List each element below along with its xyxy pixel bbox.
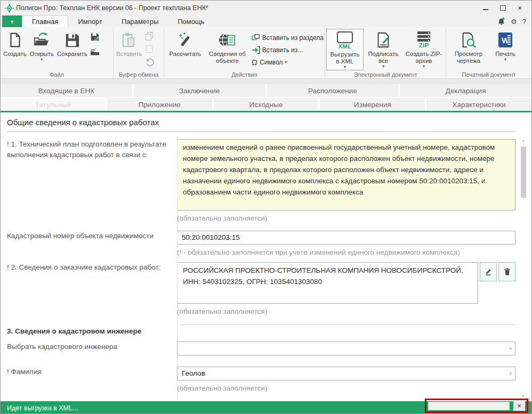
omega-icon: Ω [252, 58, 257, 66]
surname-label: ! Фамилия [7, 367, 177, 377]
calculate-button[interactable]: Рассчитать [165, 29, 205, 70]
customer-hint: (обязательно заполняется) [177, 306, 515, 317]
drawing-preview-button[interactable]: Просмотр чертежа [447, 29, 490, 70]
save-button[interactable]: Сохранить [55, 29, 89, 70]
new-document-icon [7, 31, 23, 49]
insert-from-button[interactable]: Вставить из... [252, 45, 324, 55]
undo-icon[interactable] [145, 57, 155, 69]
form-row-customer: ! 2. Сведения о заказчике кадастровых ра… [7, 262, 515, 317]
cancel-export-button[interactable]: × [513, 401, 525, 411]
tab-vhodyashchie-v-enk[interactable]: Входящие в ЕНК [1, 84, 132, 97]
tab-prilozhenie[interactable]: Приложение [107, 98, 212, 111]
customer-textarea[interactable]: РОССИЙСКАЯ ПРОЕКТНО-СТРОИТЕЛЬНАЯ КОМПАНИ… [177, 262, 478, 304]
tab-ishodnye[interactable]: Исходные [214, 98, 319, 111]
group-label-actions: Действия [164, 71, 325, 78]
tab-harakteristiki[interactable]: Характеристики [426, 98, 531, 111]
help-icon[interactable]: ? [522, 18, 526, 25]
create-zip-dropdown-icon: ▾ [423, 64, 425, 69]
app-logo-icon [5, 4, 14, 13]
quick-icons: ⚙ ? [497, 15, 531, 27]
export-highlight-box: × [425, 399, 528, 413]
object-info-button[interactable]: Сведения об объекте [205, 29, 249, 70]
ribbon-group-file: Создать Открыть ▾ Сохранить [1, 27, 114, 78]
drawing-preview-icon [461, 31, 477, 49]
copy-button[interactable] [145, 31, 155, 43]
form-row-engineer-title: 3. Сведения о кадастровом инженере [7, 326, 515, 337]
window-title: Полигон Про: Техплан ЕНК версии 06 - Про… [16, 4, 208, 12]
customer-label: ! 2. Сведения о заказчике кадастровых ра… [7, 262, 177, 273]
ribbon-tab-parameters[interactable]: Параметры [112, 15, 168, 27]
ribbon-group-actions: Рассчитать Сведения об объекте Вставить … [164, 27, 325, 78]
form-row-select-engineer: Выбрать кадастрового инженера ▾ [7, 342, 515, 355]
sign-all-button[interactable]: Подписать все ▾ [364, 29, 403, 70]
close-icon: × [518, 4, 522, 12]
export-xml-dropdown-icon: ▾ [344, 65, 346, 69]
maximize-button[interactable] [494, 1, 511, 15]
close-button[interactable]: × [511, 1, 528, 15]
zip-icon: ZIP [417, 31, 430, 49]
work-reason-textarea[interactable]: изменением сведений о ранее присвоенный … [177, 139, 515, 210]
notifications-bell-icon[interactable] [497, 17, 505, 26]
create-zip-button[interactable]: ZIP Создать ZIP-архив ▾ [403, 29, 445, 70]
doc-tab-row-2: Титульный Приложение Исходные Измерения … [1, 98, 531, 111]
status-bar: Идет выгрузка в XML... × [1, 401, 531, 414]
sign-all-dropdown-icon: ▾ [382, 64, 384, 69]
paste-button[interactable]: Вставить [115, 29, 144, 70]
cadastral-number-label: Кадастровый номер объекта недвижимости [7, 231, 177, 241]
paste-icon [121, 31, 137, 49]
open-button[interactable]: Открыть ▾ [28, 29, 55, 70]
edit-customer-button[interactable] [480, 262, 497, 281]
work-reason-hint: (обязательно заполняется) [177, 213, 515, 224]
form-row-cadastral-number: Кадастровый номер объекта недвижимости (… [7, 231, 515, 258]
print-button[interactable]: W Печать ▾ [490, 29, 521, 70]
form-row-work-reason: ! 1. Технический план подготовлен в резу… [7, 139, 515, 224]
insert-from-section-button[interactable]: Вставить из раздела [252, 33, 324, 43]
ribbon-group-edoc: XML Выгрузить в XML ▾ Подписать все ▾ ZI… [325, 27, 446, 78]
tab-deklaraciya[interactable]: Декларация [400, 84, 531, 97]
ribbon-tab-bar: ▾ Главная Импорт Параметры Помощь ⚙ ? [1, 15, 531, 27]
minimize-button[interactable] [477, 1, 494, 15]
menu-arrow-icon: ▾ [11, 19, 13, 25]
application-window: Полигон Про: Техплан ЕНК версии 06 - Про… [0, 0, 532, 414]
scrollbar-thumb[interactable] [521, 147, 526, 198]
new-button[interactable]: Создать [2, 29, 28, 70]
ribbon-tab-help[interactable]: Помощь [168, 15, 214, 27]
paste-special-button[interactable] [145, 44, 155, 55]
save-icon [64, 31, 80, 49]
settings-gear-icon[interactable]: ⚙ [511, 18, 517, 25]
tab-zaklyuchenie[interactable]: Заключение [134, 84, 265, 97]
ribbon: Создать Открыть ▾ Сохранить [1, 27, 531, 79]
delete-customer-button[interactable] [498, 262, 515, 281]
symbol-button[interactable]: Ω Символ ▾ [252, 57, 324, 67]
xml-export-progress-bar [428, 402, 510, 410]
save-as-button[interactable] [90, 32, 100, 44]
cadastral-number-input[interactable] [177, 231, 515, 245]
tab-raspolozhenie[interactable]: Расположение [267, 84, 399, 97]
magic-wand-icon [178, 31, 194, 49]
minimize-icon [483, 9, 488, 10]
title-bar: Полигон Про: Техплан ЕНК версии 06 - Про… [1, 1, 531, 15]
ribbon-tab-main[interactable]: Главная [22, 15, 68, 27]
group-label-printdoc: Печатный документ [446, 71, 531, 78]
ribbon-tab-import[interactable]: Импорт [68, 15, 111, 27]
save-copy-button[interactable] [90, 47, 100, 59]
symbol-dropdown-icon: ▾ [285, 60, 287, 64]
ribbon-group-clipboard: Вставить Буфер обмена [114, 27, 164, 78]
ribbon-gap [1, 79, 531, 84]
open-dropdown-icon: ▾ [41, 58, 43, 62]
tab-izmereniya[interactable]: Измерения [320, 98, 425, 111]
app-menu-button[interactable]: ▾ [2, 15, 22, 27]
tab-titulnyj[interactable]: Титульный [1, 98, 106, 111]
surname-value: Геолов [182, 369, 205, 377]
surname-combobox[interactable]: Геолов ▾ [177, 367, 515, 380]
object-info-icon [219, 31, 236, 49]
select-engineer-combobox[interactable]: ▾ [177, 342, 515, 355]
chevron-down-icon: ▾ [509, 346, 512, 351]
document-tabs: Входящие в ЕНК Заключение Расположение Д… [1, 84, 531, 112]
export-xml-button[interactable]: XML Выгрузить в XML ▾ [326, 29, 364, 70]
scroll-up-icon[interactable]: ▲ [519, 137, 528, 144]
form-row-surname: ! Фамилия Геолов ▾ (обязательно заполняе… [7, 367, 515, 394]
group-label-edoc: Электронный документ [325, 71, 446, 78]
cadastral-number-hint: (! - обязательно заполняется при учете и… [177, 247, 515, 258]
engineer-section-divider [180, 324, 515, 325]
